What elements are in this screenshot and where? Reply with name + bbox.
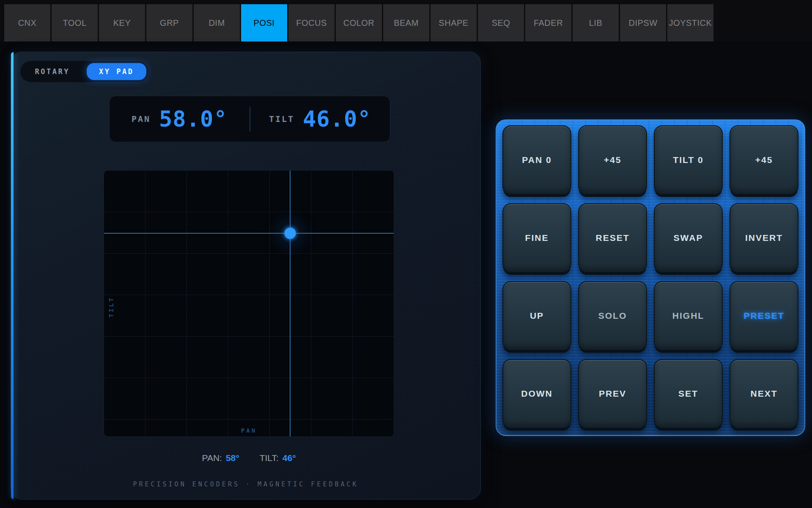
key-highl[interactable]: HIGHL: [654, 281, 723, 351]
tab-posi[interactable]: POSI: [241, 4, 287, 41]
tilt-readout-label: TILT: [269, 114, 294, 124]
mode-option-rotary[interactable]: ROTARY: [22, 63, 82, 80]
top-tab-bar: CNX TOOL KEY GRP DIM POSI FOCUS COLOR BE…: [0, 0, 812, 41]
xy-dot[interactable]: [285, 227, 296, 239]
tilt-status-value: 46°: [283, 453, 296, 463]
pan-readout-value: 58.0°: [159, 106, 228, 132]
key-next[interactable]: NEXT: [730, 359, 798, 428]
key-tilt-plus45[interactable]: +45: [730, 125, 798, 195]
key-pan-plus45[interactable]: +45: [578, 125, 647, 195]
tilt-readout: TILT 46.0°: [250, 96, 390, 142]
key-down[interactable]: DOWN: [502, 359, 571, 428]
pan-axis-label: PAN: [104, 427, 394, 434]
key-preset[interactable]: PRESET: [730, 281, 798, 351]
tab-lib[interactable]: LIB: [573, 4, 619, 41]
key-set[interactable]: SET: [654, 359, 723, 428]
pan-status-label: PAN:: [202, 453, 222, 463]
pan-tilt-status: PAN: 58° TILT: 46°: [104, 453, 394, 463]
key-fine[interactable]: FINE: [502, 203, 571, 273]
tab-cnx[interactable]: CNX: [4, 4, 50, 41]
tab-beam[interactable]: BEAM: [383, 4, 429, 41]
crosshair-vertical: [290, 171, 291, 436]
key-reset[interactable]: RESET: [578, 203, 647, 273]
tilt-status-label: TILT:: [260, 453, 279, 463]
tab-dim[interactable]: DIM: [194, 4, 240, 41]
tilt-status: TILT: 46°: [260, 453, 296, 463]
tab-fader[interactable]: FADER: [525, 4, 571, 41]
keypad-panel: PAN 0 +45 TILT 0 +45 FINE RESET SWAP INV…: [496, 119, 805, 436]
tab-dipsw[interactable]: DIPSW: [620, 4, 666, 41]
key-up[interactable]: UP: [502, 281, 571, 351]
tab-shape[interactable]: SHAPE: [431, 4, 477, 41]
tab-strip: CNX TOOL KEY GRP DIM POSI FOCUS COLOR BE…: [0, 0, 812, 41]
tilt-readout-value: 46.0°: [303, 106, 371, 132]
key-prev[interactable]: PREV: [578, 359, 647, 428]
tab-grp[interactable]: GRP: [146, 4, 192, 41]
pan-status-value: 58°: [226, 453, 239, 463]
panel-footer-text: PRECISION ENCODERS · MAGNETIC FEEDBACK: [11, 480, 480, 488]
panel-accent-stripe: [11, 52, 14, 499]
pan-tilt-readout: PAN 58.0° TILT 46.0°: [109, 96, 390, 142]
key-grid: PAN 0 +45 TILT 0 +45 FINE RESET SWAP INV…: [497, 120, 804, 435]
tilt-axis-label: TILT: [108, 296, 115, 318]
pan-readout: PAN 58.0°: [110, 96, 250, 142]
tab-joystick[interactable]: JOYSTICK: [667, 4, 713, 41]
xy-pad-surface[interactable]: TILT PAN: [104, 170, 394, 437]
crosshair-horizontal: [104, 233, 394, 234]
key-pan-0[interactable]: PAN 0: [502, 125, 571, 195]
pad-mode-toggle: ROTARY XY PAD: [20, 61, 148, 82]
tab-key[interactable]: KEY: [99, 4, 145, 41]
key-swap[interactable]: SWAP: [654, 203, 723, 273]
mode-option-xy-pad[interactable]: XY PAD: [87, 63, 147, 80]
tab-tool[interactable]: TOOL: [52, 4, 98, 41]
key-tilt-0[interactable]: TILT 0: [654, 125, 723, 195]
tab-seq[interactable]: SEQ: [478, 4, 524, 41]
key-invert[interactable]: INVERT: [730, 203, 798, 273]
pan-readout-label: PAN: [132, 114, 151, 124]
position-panel: ROTARY XY PAD PAN 58.0° TILT 46.0° TILT …: [11, 52, 481, 500]
pan-status: PAN: 58°: [202, 453, 239, 463]
tab-focus[interactable]: FOCUS: [288, 4, 335, 41]
tab-color[interactable]: COLOR: [336, 4, 382, 41]
key-solo[interactable]: SOLO: [578, 281, 647, 351]
